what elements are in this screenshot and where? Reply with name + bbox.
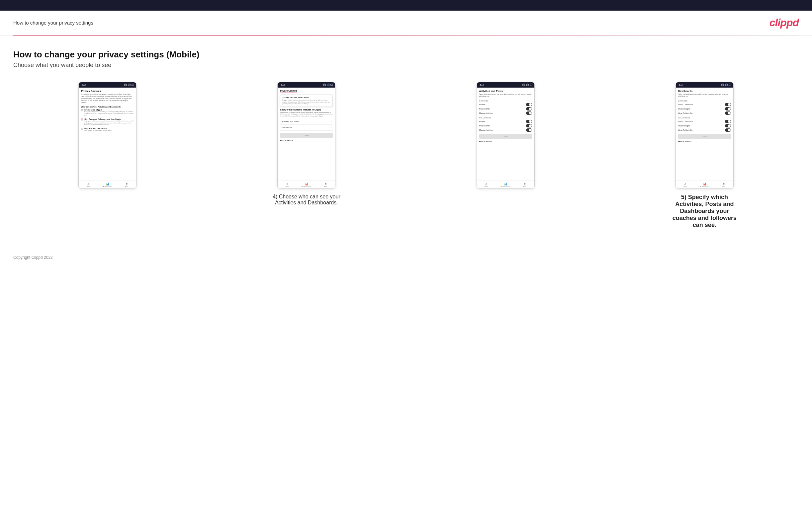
menu-icon-3: ≡ (524, 182, 525, 185)
people-icon[interactable]: 👤 (128, 83, 131, 86)
followers-what-to-work-toggle[interactable] (725, 128, 731, 132)
people-icon-4[interactable]: 👤 (725, 83, 728, 86)
header: How to change your privacy settings clip… (0, 11, 812, 36)
page-heading: How to change your privacy settings (Mob… (13, 49, 799, 60)
phone-topbar-2: ‹ Back 🔍 👤 ⚙ (277, 82, 335, 88)
header-title: How to change your privacy settings (13, 20, 93, 25)
nav-home-label-3: Home (485, 186, 488, 187)
coaches-manual-toggle[interactable] (526, 111, 532, 115)
coaches-rounds-toggle[interactable] (526, 103, 532, 106)
home-icon-2: ⌂ (286, 182, 288, 185)
followers-header-4: FOLLOWERS (678, 117, 731, 119)
phone-screen-4: ‹ Back 🔍 👤 ⚙ Dashboards Select the dashb… (675, 82, 733, 188)
nav-menu-1[interactable]: ≡ Menu (117, 182, 136, 187)
chevron-left-icon-4: ‹ (678, 84, 678, 86)
help-support-2: Help & Support (280, 139, 333, 142)
back-button-4[interactable]: ‹ Back (678, 84, 683, 86)
coaches-player-dashboard-label: Player Dashboard (678, 104, 693, 106)
activities-posts-row[interactable]: Activities and Posts › (280, 119, 333, 125)
nav-home-1[interactable]: ⌂ Home (79, 182, 98, 187)
nav-menu-4[interactable]: ≡ Menu (714, 182, 733, 187)
search-icon-4[interactable]: 🔍 (721, 83, 724, 86)
coaches-what-to-work-toggle[interactable] (725, 111, 731, 115)
followers-player-dashboard-toggle[interactable] (725, 120, 731, 123)
dashboards-row[interactable]: Dashboards › (280, 125, 333, 131)
search-icon-2[interactable]: 🔍 (323, 83, 326, 86)
save-button-4[interactable]: Save (678, 134, 731, 139)
followers-drills-label: Practice Drills (479, 125, 491, 127)
help-support-3: Help & Support (479, 140, 532, 143)
search-icon[interactable]: 🔍 (124, 83, 127, 86)
nav-menu-3[interactable]: ≡ Menu (515, 182, 535, 187)
nav-home-4[interactable]: ⌂ Home (676, 182, 695, 187)
nav-performance-3[interactable]: 📊 My Performance (496, 182, 515, 187)
radio-approved[interactable] (81, 118, 83, 120)
option-approved-desc: Only approved followers and coaches you … (84, 120, 134, 126)
followers-manual-toggle[interactable] (526, 128, 532, 132)
nav-home-label-1: Home (87, 186, 90, 187)
coaches-manual-label: Manual Activities (479, 112, 493, 114)
nav-home-label-4: Home (683, 186, 687, 187)
coaches-round-insights-row: Round Insights (678, 107, 731, 111)
activities-posts-desc: Select the types of activity that you'd … (479, 94, 532, 98)
coaches-round-insights-toggle[interactable] (725, 107, 731, 111)
popup-desc: Only you and the coaches you connect wit… (282, 99, 331, 105)
coaches-player-dashboard-toggle[interactable] (725, 103, 731, 106)
nav-performance-label-1: My Performance (103, 186, 112, 187)
phone-bottomnav-2: ⌂ Home 📊 My Performance ≡ Menu (277, 180, 335, 188)
back-button-1[interactable]: ‹ Back (81, 84, 86, 86)
settings-icon-3[interactable]: ⚙ (530, 83, 532, 86)
followers-drills-toggle[interactable] (526, 124, 532, 127)
logo: clippd (769, 16, 799, 29)
followers-rounds-toggle[interactable] (526, 120, 532, 123)
settings-icon-4[interactable]: ⚙ (729, 83, 731, 86)
search-icon-3[interactable]: 🔍 (522, 83, 525, 86)
followers-player-dashboard-row: Player Dashboard (678, 120, 731, 123)
followers-round-insights-toggle[interactable] (725, 124, 731, 127)
radio-only-you[interactable] (81, 128, 83, 130)
phone-topbar-3: ‹ Back 🔍 👤 ⚙ (477, 82, 535, 88)
people-icon-2[interactable]: 👤 (327, 83, 329, 86)
caption-1: 4) Choose who can see your Activities an… (270, 194, 343, 206)
nav-performance-4[interactable]: 📊 My Performance (695, 182, 714, 187)
nav-menu-2[interactable]: ≡ Menu (316, 182, 336, 187)
save-button-2[interactable]: Save (280, 133, 333, 138)
top-bar (0, 0, 812, 11)
activities-posts-label: Activities and Posts (281, 120, 299, 122)
chevron-right-icon-2: › (331, 126, 332, 129)
settings-icon-2[interactable]: ⚙ (331, 83, 333, 86)
coaches-drills-toggle[interactable] (526, 107, 532, 111)
nav-home-3[interactable]: ⌂ Home (477, 182, 496, 187)
option-only-you: Only You and Your Coach Only you and the… (81, 127, 134, 131)
home-icon: ⌂ (87, 182, 89, 185)
nav-home-2[interactable]: ⌂ Home (277, 182, 297, 187)
option-everyone-desc: Everyone on Clippd can search for you an… (84, 111, 134, 116)
phone-col-3: ‹ Back 🔍 👤 ⚙ Activities and Posts Select… (411, 82, 600, 188)
coaches-header-3: COACHES (479, 100, 532, 102)
home-icon-4: ⌂ (684, 182, 686, 185)
settings-icon[interactable]: ⚙ (132, 83, 134, 86)
followers-manual-row: Manual Activities (479, 128, 532, 132)
phone-bottomnav-1: ⌂ Home 📊 My Performance ≡ Menu (79, 180, 136, 188)
followers-rounds-label: Rounds (479, 120, 486, 122)
privacy-controls-tab[interactable]: Privacy Controls (280, 90, 297, 93)
menu-icon: ≡ (126, 182, 128, 185)
back-button-3[interactable]: ‹ Back (479, 84, 484, 86)
nav-performance-label-4: My Performance (700, 186, 709, 187)
coaches-what-to-work-label: What To Work On (678, 112, 693, 114)
nav-performance-2[interactable]: 📊 My Performance (297, 182, 316, 187)
back-button-2[interactable]: ‹ Back (280, 84, 285, 86)
radio-everyone[interactable] (81, 109, 83, 111)
coaches-rounds-row: Rounds (479, 103, 532, 106)
people-icon-3[interactable]: 👤 (526, 83, 529, 86)
phone-screen-2: ‹ Back 🔍 👤 ⚙ Privacy Controls Only You a (277, 82, 336, 188)
phone-content-4: Dashboards Select the dashboards that yo… (676, 88, 733, 180)
save-button-3[interactable]: Save (479, 134, 532, 139)
followers-what-to-work-label: What To Work On (678, 129, 693, 131)
phone-col-4: ‹ Back 🔍 👤 ⚙ Dashboards Select the dashb… (610, 82, 799, 229)
chart-icon-2: 📊 (305, 182, 308, 185)
nav-performance-1[interactable]: 📊 My Performance (98, 182, 117, 187)
followers-manual-label: Manual Activities (479, 129, 493, 131)
privacy-controls-desc: Control how you and your data appears to… (81, 94, 134, 104)
copyright-text: Copyright Clippd 2022 (13, 255, 53, 260)
